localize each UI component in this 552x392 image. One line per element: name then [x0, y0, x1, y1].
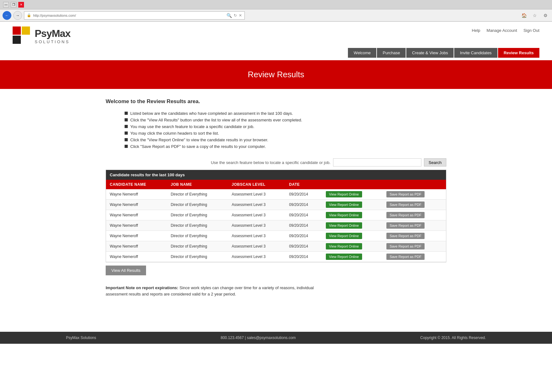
cell-view-5: View Report Online — [322, 241, 383, 252]
important-note: Important Note on report expirations: Si… — [106, 285, 326, 297]
tab-create-view-jobs[interactable]: Create & View Jobs — [406, 48, 454, 58]
table-row: Wayne Nemeroff Director of Everything As… — [106, 241, 446, 252]
cell-view-0: View Report Online — [322, 189, 383, 200]
tab-invite-candidates[interactable]: Invite Candidates — [454, 48, 497, 58]
footer-company: PsyMax Solutions — [66, 336, 96, 340]
browser-titlebar: — ❐ ✕ — [0, 0, 552, 9]
cell-view-4: View Report Online — [322, 231, 383, 241]
save-pdf-button-5[interactable]: Save Report as PDF — [386, 243, 425, 249]
bullet-item-5: Click the "View Report Online" to view t… — [125, 137, 446, 142]
bullet-icon-6 — [125, 145, 128, 148]
search-button[interactable]: Search — [424, 158, 446, 167]
view-report-button-2[interactable]: View Report Online — [326, 212, 362, 218]
site-header: PsyMax SOLUTIONS Help Manage Account Sig… — [0, 22, 552, 45]
hero-title: Review Results — [248, 70, 304, 79]
logo-sub: SOLUTIONS — [35, 39, 70, 44]
browser-toolbar: ← → 🔒 http://psymaxsolutions.com/ 🔍 ↻ ✕ … — [0, 9, 552, 21]
save-pdf-button-1[interactable]: Save Report as PDF — [386, 202, 425, 208]
cell-date-6: 09/20/2014 — [285, 252, 322, 262]
view-all-results-button[interactable]: View All Results — [106, 266, 146, 275]
bullet-item-2: Click the "View All Results" button unde… — [125, 118, 446, 122]
save-pdf-button-0[interactable]: Save Report as PDF — [386, 191, 425, 197]
cell-name-0: Wayne Nemeroff — [106, 189, 167, 200]
view-report-button-5[interactable]: View Report Online — [326, 243, 362, 249]
footer-copyright: Copyright © 2015. All Rights Reserved. — [420, 336, 486, 340]
tab-review-results[interactable]: Review Results — [498, 48, 539, 58]
cell-level-6: Assessment Level 3 — [228, 252, 285, 262]
view-report-button-4[interactable]: View Report Online — [326, 233, 362, 239]
cell-job-1: Director of Everything — [167, 200, 228, 210]
col-header-date[interactable]: DATE — [285, 180, 322, 189]
cell-name-5: Wayne Nemeroff — [106, 241, 167, 252]
save-pdf-button-3[interactable]: Save Report as PDF — [386, 222, 425, 229]
svg-rect-1 — [22, 26, 30, 35]
restore-button[interactable]: ❐ — [11, 2, 16, 8]
forward-button[interactable]: → — [13, 11, 22, 20]
bullet-icon-1 — [125, 112, 128, 115]
manage-account-link[interactable]: Manage Account — [487, 28, 517, 33]
view-report-button-6[interactable]: View Report Online — [326, 254, 362, 260]
col-header-level[interactable]: JOBSCAN LEVEL — [228, 180, 285, 189]
view-report-button-0[interactable]: View Report Online — [326, 191, 362, 197]
col-header-actions2 — [383, 180, 446, 189]
bullet-icon-3 — [125, 125, 128, 128]
help-link[interactable]: Help — [472, 28, 480, 33]
home-icon[interactable]: 🏠 — [520, 11, 528, 20]
address-bar[interactable]: 🔒 http://psymaxsolutions.com/ 🔍 ↻ ✕ — [24, 11, 245, 20]
cell-name-1: Wayne Nemeroff — [106, 200, 167, 210]
table-row: Wayne Nemeroff Director of Everything As… — [106, 210, 446, 220]
cell-level-3: Assessment Level 3 — [228, 220, 285, 231]
sign-out-link[interactable]: Sign Out — [523, 28, 539, 33]
table-row: Wayne Nemeroff Director of Everything As… — [106, 189, 446, 200]
search-icon: 🔍 — [226, 13, 232, 18]
important-note-bold: Important Note on report expirations: — [106, 285, 178, 290]
save-pdf-button-6[interactable]: Save Report as PDF — [386, 254, 425, 260]
footer-phone-email: 800.123.4567 | sales@psymaxsolutions.com — [220, 336, 296, 340]
table-body: Wayne Nemeroff Director of Everything As… — [106, 189, 446, 262]
settings-icon[interactable]: ⚙ — [541, 11, 549, 20]
site-footer: PsyMax Solutions 800.123.4567 | sales@ps… — [0, 332, 552, 344]
view-report-button-3[interactable]: View Report Online — [326, 222, 362, 229]
tab-purchase[interactable]: Purchase — [377, 48, 406, 58]
search-input[interactable] — [333, 158, 421, 167]
tab-welcome[interactable]: Welcome — [348, 48, 376, 58]
cell-save-6: Save Report as PDF — [383, 252, 446, 262]
cell-level-2: Assessment Level 3 — [228, 210, 285, 220]
close-button[interactable]: ✕ — [18, 2, 24, 8]
cell-name-3: Wayne Nemeroff — [106, 220, 167, 231]
cell-save-0: Save Report as PDF — [383, 189, 446, 200]
cell-level-1: Assessment Level 3 — [228, 200, 285, 210]
main-nav: Welcome Purchase Create & View Jobs Invi… — [0, 45, 552, 58]
bullet-item-4: You may click the column headers to sort… — [125, 131, 446, 136]
cell-job-3: Director of Everything — [167, 220, 228, 231]
cell-view-1: View Report Online — [322, 200, 383, 210]
table-row: Wayne Nemeroff Director of Everything As… — [106, 231, 446, 241]
save-pdf-button-2[interactable]: Save Report as PDF — [386, 212, 425, 218]
cell-job-4: Director of Everything — [167, 231, 228, 241]
table-row: Wayne Nemeroff Director of Everything As… — [106, 220, 446, 231]
cell-save-3: Save Report as PDF — [383, 220, 446, 231]
bullet-item-1: Listed below are the candidates who have… — [125, 111, 446, 116]
cell-date-1: 09/20/2014 — [285, 200, 322, 210]
save-pdf-button-4[interactable]: Save Report as PDF — [386, 233, 425, 239]
logo-area: PsyMax SOLUTIONS — [13, 26, 70, 45]
cell-name-6: Wayne Nemeroff — [106, 252, 167, 262]
view-report-button-1[interactable]: View Report Online — [326, 202, 362, 208]
lock-icon: 🔒 — [27, 13, 31, 17]
bullet-list: Listed below are the candidates who have… — [106, 111, 446, 149]
bullet-icon-2 — [125, 118, 128, 121]
logo-text: PsyMax SOLUTIONS — [35, 28, 70, 44]
hero-banner: Review Results — [0, 60, 552, 89]
back-button[interactable]: ← — [3, 11, 11, 20]
cell-view-6: View Report Online — [322, 252, 383, 262]
cell-save-1: Save Report as PDF — [383, 200, 446, 210]
col-header-job[interactable]: JOB NAME — [167, 180, 228, 189]
cell-name-2: Wayne Nemeroff — [106, 210, 167, 220]
browser-chrome: — ❐ ✕ ← → 🔒 http://psymaxsolutions.com/ … — [0, 0, 552, 22]
minimize-button[interactable]: — — [3, 2, 9, 8]
cell-date-2: 09/20/2014 — [285, 210, 322, 220]
col-header-name[interactable]: CANDIDATE NAME — [106, 180, 167, 189]
cell-view-3: View Report Online — [322, 220, 383, 231]
welcome-heading: Welcome to the Review Results area. — [106, 98, 446, 105]
star-icon[interactable]: ☆ — [531, 11, 539, 20]
